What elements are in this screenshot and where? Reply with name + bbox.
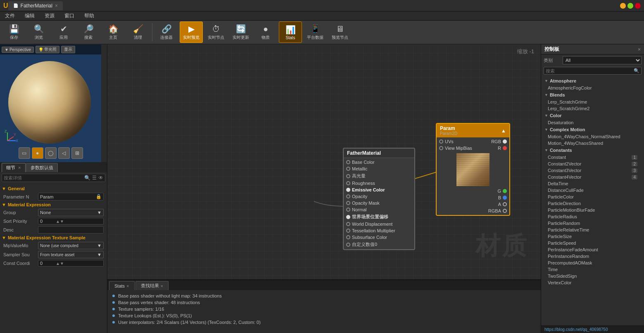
section-atmosphere[interactable]: ▼ Atmosphere	[541, 77, 644, 85]
lighting-button[interactable]: 💡 带光照	[36, 46, 59, 53]
section-mat-arrow: ▼	[2, 202, 6, 207]
toolbar-browse[interactable]: 🔍 浏览	[27, 21, 50, 43]
item-two-sided[interactable]: TwoSidedSign	[541, 273, 644, 279]
desc-field[interactable]	[38, 226, 104, 234]
category-select[interactable]: All	[563, 56, 642, 64]
item-constant[interactable]: Constant 1	[541, 154, 644, 161]
viewport-preview[interactable]: ▼ Perspective 💡 带光照 显示 X	[0, 45, 101, 162]
viewport-action-2[interactable]: ●	[32, 147, 43, 159]
item-atmospheric-fog[interactable]: AtmosphericFogColor	[541, 85, 644, 91]
item-particle-random[interactable]: ParticleRandom	[541, 220, 644, 227]
toolbar-clean[interactable]: 🧹 清理	[126, 21, 150, 43]
item-vertex-color[interactable]: VertexColor	[541, 279, 644, 286]
const-coord-field[interactable]	[38, 260, 55, 266]
section-constants[interactable]: ▼ Constants	[541, 146, 644, 154]
item-desaturation[interactable]: Desaturation	[541, 119, 644, 126]
param-name-lock[interactable]: 🔒	[96, 194, 102, 199]
sort-priority-field[interactable]	[38, 218, 55, 224]
right-search-input[interactable]	[546, 68, 634, 73]
menu-help[interactable]: 帮助	[83, 12, 96, 20]
item-particle-color[interactable]: ParticleColor	[541, 194, 644, 200]
item-particle-size[interactable]: ParticleSize	[541, 233, 644, 240]
item-particle-speed[interactable]: ParticleSpeed	[541, 240, 644, 246]
right-panel-close[interactable]: ×	[638, 47, 641, 52]
preview-nodes-icon: 🖥	[336, 24, 344, 34]
item-constant4[interactable]: Constant4Vector 4	[541, 174, 644, 180]
minimize-button[interactable]	[620, 3, 626, 9]
tab-find-results[interactable]: 查找结果 ×	[135, 281, 169, 290]
toolbar-apply[interactable]: ✔ 应用	[52, 21, 75, 43]
url-text: https://blog.csdn.net/qq_40698750	[544, 327, 608, 332]
item-motion-normal[interactable]: Motion_4WayChaos_NormalShared	[541, 133, 644, 140]
const-coord-spin[interactable]: ▲▼	[55, 261, 65, 266]
toolbar-platform[interactable]: 📱 平台数据	[304, 21, 327, 43]
section-blends[interactable]: ▼ Blends	[541, 91, 644, 99]
item-time[interactable]: Time	[541, 266, 644, 273]
toolbar-preview-nodes[interactable]: 🖥 预览节点	[328, 21, 352, 43]
close-button[interactable]	[635, 3, 641, 9]
perspective-button[interactable]: ▼ Perspective	[2, 47, 34, 53]
tab-params[interactable]: 参数默认值	[26, 163, 58, 172]
menu-file[interactable]: 文件	[3, 12, 17, 20]
tab-details-close[interactable]: ×	[18, 165, 21, 170]
item-particle-dir[interactable]: ParticleDirection	[541, 200, 644, 207]
item-constant3[interactable]: Constant3Vector 3	[541, 167, 644, 174]
toolbar-rt-update[interactable]: 🔄 实时更新	[229, 21, 252, 43]
viewport-action-3[interactable]: ◯	[45, 147, 57, 159]
toolbar-home[interactable]: 🏠 主页	[102, 21, 125, 43]
item-motion-chaos[interactable]: Motion_4WayChaosShared	[541, 140, 644, 146]
toolbar-preview[interactable]: ▶ 实时预览	[180, 21, 203, 43]
section-texture[interactable]: ▼ Material Expression Texture Sample	[2, 234, 105, 241]
item-particle-radius[interactable]: ParticleRadius	[541, 213, 644, 220]
group-select[interactable]: None ▼	[38, 209, 104, 216]
sampler-select[interactable]: From texture asset ▼	[38, 251, 104, 258]
toolbar-rt-nodes[interactable]: ⏱ 实时节点	[204, 21, 228, 43]
toolbar-material[interactable]: ● 物质	[254, 21, 277, 43]
item-lerp-scratch1[interactable]: Lerp_ScratchGrime	[541, 99, 644, 105]
item-constant2[interactable]: Constant2Vector 2	[541, 161, 644, 167]
list-icon[interactable]: ☰	[92, 175, 97, 181]
viewport-action-5[interactable]: ⊞	[71, 147, 83, 159]
param-node[interactable]: Param Param2D ▲ UVs RGB	[436, 123, 510, 216]
tab-details[interactable]: 细节 ×	[2, 163, 26, 172]
section-color[interactable]: ▼ Color	[541, 112, 644, 119]
close-icon[interactable]: ×	[55, 3, 58, 9]
section-complex-motion[interactable]: ▼ Complex Motion	[541, 126, 644, 133]
details-search-input[interactable]	[4, 175, 84, 180]
item-label: PerInstanceRandom	[548, 254, 589, 259]
menu-window[interactable]: 窗口	[63, 12, 76, 20]
menu-edit[interactable]: 编辑	[23, 12, 36, 20]
item-precomputed-ao[interactable]: PrecomputedAOMask	[541, 260, 644, 266]
show-button[interactable]: 显示	[61, 46, 75, 53]
toolbar-search[interactable]: 🔎 搜索	[77, 21, 100, 43]
eye-icon[interactable]: 👁	[98, 175, 103, 181]
section-mat-expr[interactable]: ▼ Material Expression	[2, 201, 105, 208]
tab-find-close[interactable]: ×	[161, 283, 163, 288]
save-icon: 💾	[9, 24, 19, 34]
item-particle-blur[interactable]: ParticleMotionBlurFade	[541, 207, 644, 213]
tab-stats[interactable]: Stats ×	[109, 281, 135, 290]
title-bar-tab[interactable]: 📄 FatherMaterial ×	[8, 1, 63, 10]
toolbar-stats[interactable]: 📊 Stats	[279, 21, 302, 43]
right-search-bar: 🔍	[544, 67, 642, 75]
viewport-action-4[interactable]: ◁	[58, 147, 70, 159]
viewport-action-1[interactable]: ▭	[19, 147, 30, 159]
item-particle-rel-time[interactable]: ParticleRelativeTime	[541, 227, 644, 233]
sort-priority-spin[interactable]: ▲▼	[55, 219, 65, 224]
port-dot-normal	[346, 208, 350, 212]
maximize-button[interactable]	[627, 3, 633, 9]
item-label: ParticleRelativeTime	[548, 227, 589, 232]
item-per-instance-fade[interactable]: PerInstanceFadeAmount	[541, 246, 644, 253]
mip-mode-select[interactable]: None (use computed ▼	[38, 242, 104, 249]
father-material-node[interactable]: FatherMaterial Base Color Metallic	[343, 148, 415, 250]
item-distance-cull[interactable]: DistanceCullFade	[541, 187, 644, 194]
toolbar-save[interactable]: 💾 保存	[2, 21, 26, 43]
menu-asset[interactable]: 资源	[43, 12, 56, 20]
tab-stats-close[interactable]: ×	[126, 283, 129, 288]
item-delta-time[interactable]: DeltaTime	[541, 180, 644, 187]
section-general[interactable]: ▼ General	[2, 185, 105, 192]
item-per-instance-random[interactable]: PerInstanceRandom	[541, 253, 644, 260]
toolbar-connector[interactable]: 🔗 连接器	[155, 21, 178, 43]
node-editor[interactable]: 缩放 -1 材质 FatherMaterial Base Co	[107, 45, 541, 279]
item-lerp-scratch2[interactable]: Lerp_ScratchGrime2	[541, 105, 644, 112]
